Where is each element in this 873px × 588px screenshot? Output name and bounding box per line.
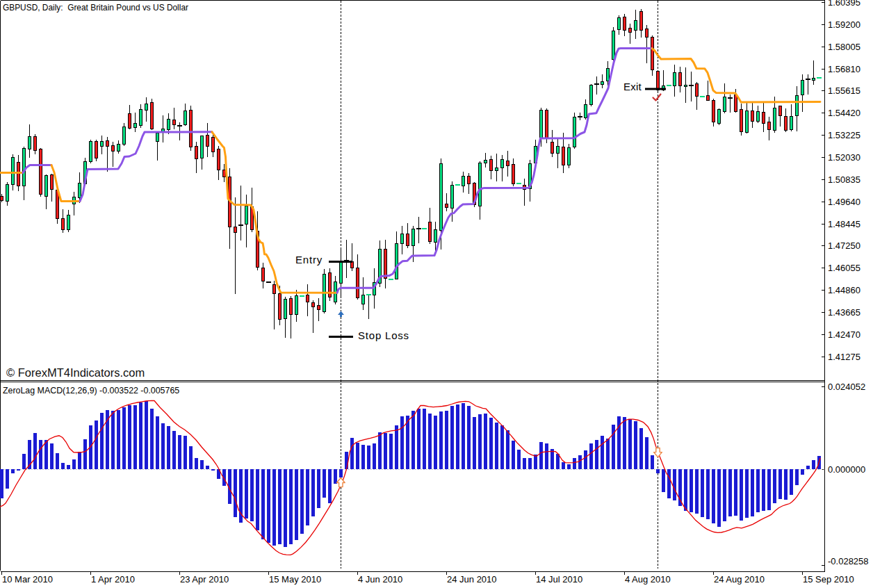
svg-text:Entry: Entry	[295, 254, 323, 266]
svg-text:1.56810: 1.56810	[828, 64, 860, 74]
svg-text:1.60395: 1.60395	[828, 0, 860, 8]
svg-text:4 Jun 2010: 4 Jun 2010	[358, 574, 402, 585]
svg-text:1.43665: 1.43665	[828, 307, 860, 318]
svg-text:© ForexMT4Indicators.com: © ForexMT4Indicators.com	[6, 366, 145, 379]
svg-text:10 Mar 2010: 10 Mar 2010	[2, 574, 53, 585]
svg-text:1.50835: 1.50835	[828, 174, 860, 185]
svg-text:4 Aug 2010: 4 Aug 2010	[625, 574, 671, 585]
svg-text:-0.028258: -0.028258	[828, 556, 869, 566]
svg-text:1.46055: 1.46055	[828, 263, 860, 273]
svg-text:1.42470: 1.42470	[828, 329, 860, 340]
svg-text:Stop Loss: Stop Loss	[358, 329, 409, 341]
svg-text:0.000000: 0.000000	[828, 464, 865, 475]
svg-text:24 Jun 2010: 24 Jun 2010	[447, 574, 497, 585]
svg-text:1.48445: 1.48445	[828, 219, 860, 229]
svg-text:Exit: Exit	[623, 81, 642, 92]
svg-text:1.49640: 1.49640	[828, 197, 860, 207]
svg-text:15 May 2010: 15 May 2010	[269, 574, 321, 585]
svg-text:1 Apr 2010: 1 Apr 2010	[91, 574, 135, 585]
svg-text:24 Aug 2010: 24 Aug 2010	[714, 574, 765, 585]
svg-text:1.58005: 1.58005	[828, 42, 860, 52]
svg-text:23 Apr 2010: 23 Apr 2010	[180, 574, 229, 585]
svg-text:1.44860: 1.44860	[828, 285, 860, 295]
svg-text:15 Sep 2010: 15 Sep 2010	[803, 574, 854, 585]
svg-text:1.55615: 1.55615	[828, 85, 860, 96]
svg-text:0.024052: 0.024052	[828, 382, 865, 392]
svg-text:GBPUSD, Daily: Great Britain: GBPUSD, Daily: Great Britain Pound vs US…	[3, 3, 188, 13]
svg-text:1.52030: 1.52030	[828, 152, 860, 163]
svg-text:1.41275: 1.41275	[828, 352, 860, 362]
svg-text:1.59200: 1.59200	[828, 19, 860, 30]
svg-text:ZeroLag MACD(12,26,9) -0.00352: ZeroLag MACD(12,26,9) -0.003522 -0.00576…	[3, 386, 179, 395]
svg-text:1.54420: 1.54420	[828, 108, 860, 118]
svg-text:1.53225: 1.53225	[828, 130, 860, 140]
svg-text:1.47250: 1.47250	[828, 240, 860, 251]
svg-text:14 Jul 2010: 14 Jul 2010	[536, 574, 582, 585]
